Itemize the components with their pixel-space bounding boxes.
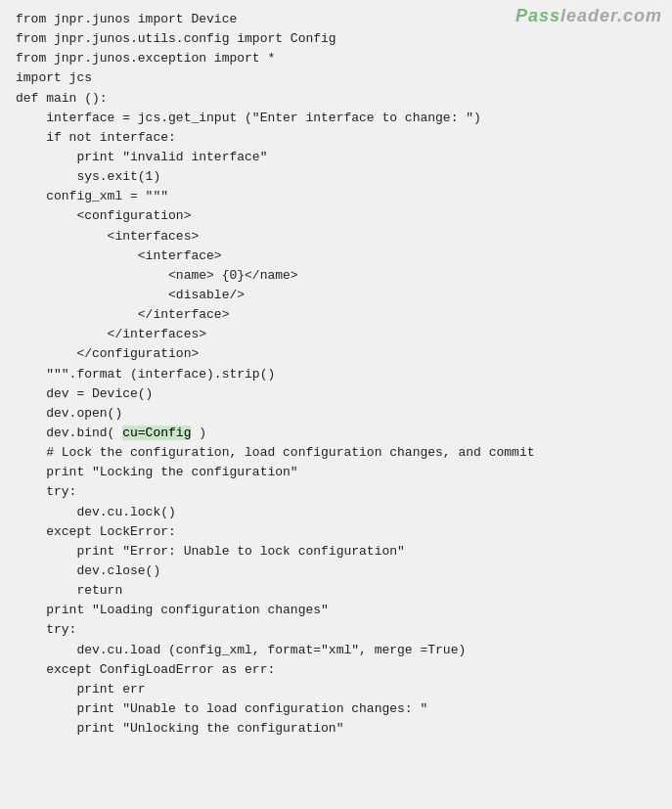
code-line: </interfaces> [16, 325, 656, 344]
code-line: <disable/> [16, 286, 656, 305]
code-line: print "Loading configuration changes" [16, 601, 656, 620]
code-line: <name> {0}</name> [16, 266, 656, 286]
code-line: print "Unlocking the configuration" [16, 719, 656, 739]
code-line: """.format (interface).strip() [16, 365, 656, 384]
code-line: config_xml = """ [16, 187, 656, 206]
code-line: print err [16, 680, 656, 699]
code-line: if not interface: [16, 128, 656, 148]
code-line: dev.cu.lock() [16, 503, 656, 522]
code-block: from jnpr.junos import Devicefrom jnpr.j… [16, 10, 656, 739]
code-line: dev.cu.load (config_xml, format="xml", m… [16, 641, 656, 660]
code-line: from jnpr.junos.utils.config import Conf… [16, 29, 656, 49]
code-line: print "Locking the configuration" [16, 463, 656, 482]
code-line: def main (): [16, 89, 656, 109]
code-line: except ConfigLoadError as err: [16, 660, 656, 680]
code-line: try: [16, 620, 656, 640]
code-line: try: [16, 482, 656, 502]
code-line: <configuration> [16, 206, 656, 226]
code-line: dev = Device() [16, 384, 656, 404]
code-line: except LockError: [16, 522, 656, 542]
page-container: Passleader.com from jnpr.junos import De… [0, 0, 672, 809]
code-line: </interface> [16, 305, 656, 325]
watermark-leader: leader [560, 6, 617, 25]
code-line: dev.open() [16, 404, 656, 424]
code-line: interface = jcs.get_input ("Enter interf… [16, 109, 656, 128]
code-line: print "Unable to load configuration chan… [16, 699, 656, 719]
watermark: Passleader.com [515, 6, 662, 26]
code-line: from jnpr.junos.exception import * [16, 49, 656, 68]
code-line: <interface> [16, 247, 656, 266]
code-line: <interfaces> [16, 227, 656, 247]
watermark-pass: Pass [515, 6, 560, 25]
code-line: print "invalid interface" [16, 148, 656, 167]
watermark-domain: .com [617, 6, 662, 25]
code-line: </configuration> [16, 344, 656, 364]
code-line: # Lock the configuration, load configura… [16, 443, 656, 463]
code-line: return [16, 581, 656, 601]
code-line: sys.exit(1) [16, 167, 656, 187]
code-line: dev.close() [16, 562, 656, 581]
code-line: print "Error: Unable to lock configurati… [16, 542, 656, 562]
code-line: import jcs [16, 68, 656, 88]
code-line: dev.bind( cu=Config ) [16, 424, 656, 443]
